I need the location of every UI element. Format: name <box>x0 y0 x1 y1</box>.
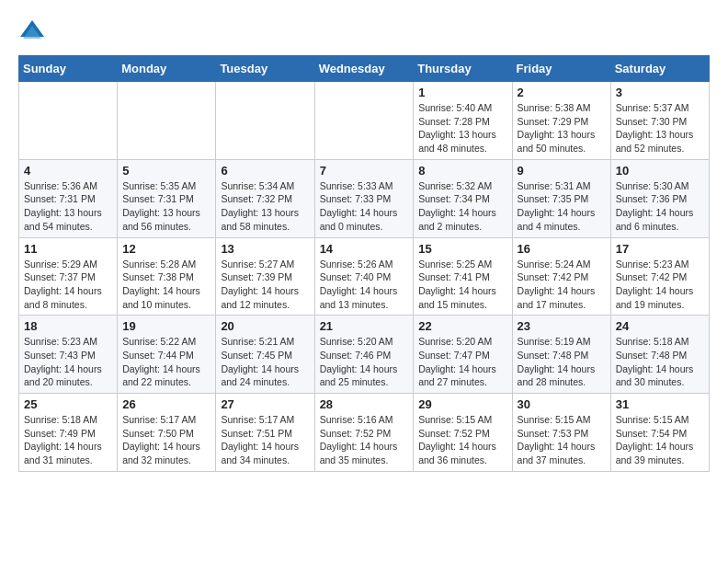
day-number: 12 <box>122 242 210 256</box>
calendar-cell: 21Sunrise: 5:20 AMSunset: 7:46 PMDayligh… <box>314 316 414 394</box>
calendar-cell: 31Sunrise: 5:15 AMSunset: 7:54 PMDayligh… <box>610 394 709 472</box>
day-info: Sunrise: 5:17 AMSunset: 7:51 PMDaylight:… <box>221 413 309 467</box>
calendar-cell: 2Sunrise: 5:38 AMSunset: 7:29 PMDaylight… <box>512 82 610 160</box>
calendar-cell: 27Sunrise: 5:17 AMSunset: 7:51 PMDayligh… <box>216 394 314 472</box>
day-info: Sunrise: 5:23 AMSunset: 7:43 PMDaylight:… <box>24 335 112 389</box>
calendar-cell: 4Sunrise: 5:36 AMSunset: 7:31 PMDaylight… <box>19 159 118 237</box>
day-info: Sunrise: 5:40 AMSunset: 7:28 PMDaylight:… <box>418 101 506 155</box>
calendar-cell: 9Sunrise: 5:31 AMSunset: 7:35 PMDaylight… <box>512 159 610 237</box>
day-info: Sunrise: 5:23 AMSunset: 7:42 PMDaylight:… <box>616 258 704 312</box>
day-info: Sunrise: 5:21 AMSunset: 7:45 PMDaylight:… <box>221 335 309 389</box>
column-header-monday: Monday <box>118 56 216 82</box>
day-number: 10 <box>616 164 704 178</box>
day-number: 30 <box>518 397 606 411</box>
calendar-cell: 17Sunrise: 5:23 AMSunset: 7:42 PMDayligh… <box>610 237 709 316</box>
calendar-cell: 26Sunrise: 5:17 AMSunset: 7:50 PMDayligh… <box>118 394 216 472</box>
day-info: Sunrise: 5:30 AMSunset: 7:36 PMDaylight:… <box>616 179 704 234</box>
day-info: Sunrise: 5:29 AMSunset: 7:37 PMDaylight:… <box>24 258 112 312</box>
logo <box>18 18 50 46</box>
calendar-cell: 19Sunrise: 5:22 AMSunset: 7:44 PMDayligh… <box>118 316 216 394</box>
day-number: 8 <box>418 164 506 178</box>
day-info: Sunrise: 5:24 AMSunset: 7:42 PMDaylight:… <box>518 258 606 312</box>
calendar-cell: 12Sunrise: 5:28 AMSunset: 7:38 PMDayligh… <box>118 237 216 316</box>
calendar-header: SundayMondayTuesdayWednesdayThursdayFrid… <box>19 56 710 82</box>
day-info: Sunrise: 5:27 AMSunset: 7:39 PMDaylight:… <box>221 258 309 312</box>
calendar-cell: 24Sunrise: 5:18 AMSunset: 7:48 PMDayligh… <box>610 316 709 394</box>
calendar-table: SundayMondayTuesdayWednesdayThursdayFrid… <box>18 55 710 472</box>
calendar-cell: 23Sunrise: 5:19 AMSunset: 7:48 PMDayligh… <box>512 316 610 394</box>
day-info: Sunrise: 5:34 AMSunset: 7:32 PMDaylight:… <box>221 179 309 234</box>
day-info: Sunrise: 5:18 AMSunset: 7:48 PMDaylight:… <box>616 335 704 389</box>
day-number: 27 <box>221 397 309 411</box>
day-number: 19 <box>122 319 210 333</box>
calendar-cell: 8Sunrise: 5:32 AMSunset: 7:34 PMDaylight… <box>414 159 512 237</box>
page-header <box>18 18 710 46</box>
day-info: Sunrise: 5:26 AMSunset: 7:40 PMDaylight:… <box>320 258 409 312</box>
day-number: 16 <box>518 242 606 256</box>
day-info: Sunrise: 5:36 AMSunset: 7:31 PMDaylight:… <box>24 179 112 234</box>
calendar-cell: 7Sunrise: 5:33 AMSunset: 7:33 PMDaylight… <box>314 159 414 237</box>
day-number: 24 <box>616 319 704 333</box>
column-header-friday: Friday <box>512 56 610 82</box>
calendar-cell: 29Sunrise: 5:15 AMSunset: 7:52 PMDayligh… <box>414 394 512 472</box>
calendar-cell: 15Sunrise: 5:25 AMSunset: 7:41 PMDayligh… <box>414 237 512 316</box>
calendar-cell: 18Sunrise: 5:23 AMSunset: 7:43 PMDayligh… <box>19 316 118 394</box>
calendar-cell: 22Sunrise: 5:20 AMSunset: 7:47 PMDayligh… <box>414 316 512 394</box>
day-number: 14 <box>320 242 409 256</box>
day-info: Sunrise: 5:19 AMSunset: 7:48 PMDaylight:… <box>518 335 606 389</box>
day-info: Sunrise: 5:28 AMSunset: 7:38 PMDaylight:… <box>122 258 210 312</box>
calendar-cell: 13Sunrise: 5:27 AMSunset: 7:39 PMDayligh… <box>216 237 314 316</box>
day-info: Sunrise: 5:15 AMSunset: 7:54 PMDaylight:… <box>616 413 704 467</box>
day-number: 29 <box>418 397 506 411</box>
day-info: Sunrise: 5:25 AMSunset: 7:41 PMDaylight:… <box>418 258 506 312</box>
calendar-cell: 25Sunrise: 5:18 AMSunset: 7:49 PMDayligh… <box>19 394 118 472</box>
day-number: 13 <box>221 242 309 256</box>
day-number: 4 <box>24 164 112 178</box>
day-number: 21 <box>320 319 409 333</box>
day-info: Sunrise: 5:22 AMSunset: 7:44 PMDaylight:… <box>122 335 210 389</box>
day-info: Sunrise: 5:31 AMSunset: 7:35 PMDaylight:… <box>518 179 606 234</box>
calendar-cell: 28Sunrise: 5:16 AMSunset: 7:52 PMDayligh… <box>314 394 414 472</box>
column-header-thursday: Thursday <box>414 56 512 82</box>
calendar-cell: 5Sunrise: 5:35 AMSunset: 7:31 PMDaylight… <box>118 159 216 237</box>
day-number: 3 <box>616 86 704 99</box>
day-number: 9 <box>518 164 606 178</box>
day-number: 5 <box>122 164 210 178</box>
day-number: 22 <box>418 319 506 333</box>
day-number: 6 <box>221 164 309 178</box>
calendar-cell <box>216 82 314 160</box>
day-info: Sunrise: 5:17 AMSunset: 7:50 PMDaylight:… <box>122 413 210 467</box>
day-number: 17 <box>616 242 704 256</box>
day-number: 26 <box>122 397 210 411</box>
calendar-cell: 30Sunrise: 5:15 AMSunset: 7:53 PMDayligh… <box>512 394 610 472</box>
calendar-cell: 11Sunrise: 5:29 AMSunset: 7:37 PMDayligh… <box>19 237 118 316</box>
calendar-cell <box>19 82 118 160</box>
day-number: 25 <box>24 397 112 411</box>
day-info: Sunrise: 5:20 AMSunset: 7:46 PMDaylight:… <box>320 335 409 389</box>
column-header-saturday: Saturday <box>610 56 709 82</box>
day-number: 20 <box>221 319 309 333</box>
day-number: 2 <box>518 86 606 99</box>
day-number: 15 <box>418 242 506 256</box>
day-info: Sunrise: 5:37 AMSunset: 7:30 PMDaylight:… <box>616 101 704 155</box>
day-info: Sunrise: 5:38 AMSunset: 7:29 PMDaylight:… <box>518 101 606 155</box>
calendar-cell <box>314 82 414 160</box>
column-header-sunday: Sunday <box>19 56 118 82</box>
day-number: 18 <box>24 319 112 333</box>
day-info: Sunrise: 5:18 AMSunset: 7:49 PMDaylight:… <box>24 413 112 467</box>
day-number: 28 <box>320 397 409 411</box>
day-number: 11 <box>24 242 112 256</box>
column-header-wednesday: Wednesday <box>314 56 414 82</box>
calendar-cell: 10Sunrise: 5:30 AMSunset: 7:36 PMDayligh… <box>610 159 709 237</box>
day-number: 23 <box>518 319 606 333</box>
calendar-cell: 3Sunrise: 5:37 AMSunset: 7:30 PMDaylight… <box>610 82 709 160</box>
day-number: 1 <box>418 86 506 99</box>
day-info: Sunrise: 5:35 AMSunset: 7:31 PMDaylight:… <box>122 179 210 234</box>
calendar-cell: 14Sunrise: 5:26 AMSunset: 7:40 PMDayligh… <box>314 237 414 316</box>
day-info: Sunrise: 5:32 AMSunset: 7:34 PMDaylight:… <box>418 179 506 234</box>
calendar-cell: 1Sunrise: 5:40 AMSunset: 7:28 PMDaylight… <box>414 82 512 160</box>
day-info: Sunrise: 5:20 AMSunset: 7:47 PMDaylight:… <box>418 335 506 389</box>
day-number: 31 <box>616 397 704 411</box>
calendar-cell <box>118 82 216 160</box>
day-info: Sunrise: 5:33 AMSunset: 7:33 PMDaylight:… <box>320 179 409 234</box>
